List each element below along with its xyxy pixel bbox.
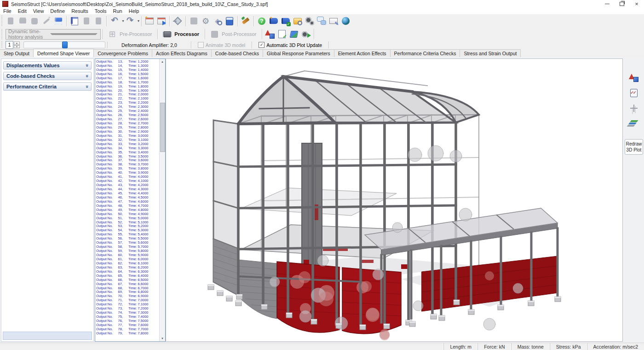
performance-checks-icon[interactable] (629, 88, 639, 98)
animation-icon[interactable] (301, 29, 311, 40)
slider-thumb[interactable] (62, 41, 68, 48)
connection-icon[interactable] (172, 16, 183, 26)
model-view-icon[interactable] (213, 16, 223, 26)
output-list-item[interactable]: Output No.18,Time: 1,7000 (96, 80, 159, 84)
output-list-item[interactable]: Output No.32,Time: 3,1000 (96, 138, 159, 142)
output-list-item[interactable]: Output No.35,Time: 3,4000 (96, 150, 159, 154)
post-processor-button[interactable]: Post-Processor (207, 29, 260, 40)
output-list-item[interactable]: Output No.13,Time: 1,2000 (96, 59, 159, 64)
output-list-item[interactable]: Output No.66,Time: 6,5000 (96, 278, 159, 282)
redo-icon[interactable] (125, 16, 135, 26)
output-list-item[interactable]: Output No.65,Time: 6,4000 (96, 274, 159, 278)
output-list-item[interactable]: Output No.17,Time: 1,6000 (96, 76, 159, 80)
output-list-item[interactable]: Output No.40,Time: 3,9000 (96, 170, 159, 175)
help-icon[interactable] (257, 16, 267, 26)
email-support-icon[interactable] (328, 16, 339, 26)
output-list-item[interactable]: Output No.61,Time: 6,0000 (96, 257, 159, 261)
output-list-item[interactable]: Output No.27,Time: 2,6000 (96, 117, 159, 121)
output-list-item[interactable]: Output No.28,Time: 2,7000 (96, 121, 159, 125)
output-list-item[interactable]: Output No.73,Time: 7,2000 (96, 306, 159, 310)
chevron-double-icon[interactable]: » (85, 85, 90, 88)
output-list-item[interactable]: Output No.34,Time: 3,3000 (96, 146, 159, 150)
tab-code-based-checks[interactable]: Code-based Checks (211, 49, 263, 57)
output-list-item[interactable]: Output No.24,Time: 2,3000 (96, 105, 159, 109)
analysis-type-dropdown[interactable]: Dynamic time-history analysis (6, 29, 101, 40)
menu-help[interactable]: Help (126, 8, 143, 14)
spin-down-icon[interactable]: ▼ (14, 45, 20, 49)
processor-button[interactable]: Processor (160, 29, 203, 40)
output-list-item[interactable]: Output No.49,Time: 4,8000 (96, 208, 159, 212)
menu-tools[interactable]: Tools (92, 8, 110, 14)
output-step-slider[interactable] (23, 41, 105, 48)
paste-icon[interactable] (93, 16, 104, 26)
output-list-item[interactable]: Output No.41,Time: 4,0000 (96, 175, 159, 179)
output-list-item[interactable]: Output No.30,Time: 2,9000 (96, 129, 159, 134)
building-3d-model[interactable] (166, 59, 622, 341)
output-list-item[interactable]: Output No.38,Time: 3,7000 (96, 162, 159, 166)
menu-results[interactable]: Results (68, 8, 92, 14)
toolbar-grip[interactable] (1, 41, 3, 48)
output-list-item[interactable]: Output No.69,Time: 6,8000 (96, 290, 159, 294)
chevron-double-icon[interactable]: » (85, 64, 90, 67)
scrollbar-thumb[interactable] (160, 103, 165, 152)
spin-up-icon[interactable]: ▲ (14, 41, 20, 45)
output-list-item[interactable]: Output No.56,Time: 5,5000 (96, 236, 159, 240)
chevron-double-icon[interactable]: » (85, 75, 90, 77)
output-list-item[interactable]: Output No.74,Time: 7,3000 (96, 310, 159, 315)
output-list-item[interactable]: Output No.53,Time: 5,2000 (96, 224, 159, 228)
output-list-item[interactable]: Output No.46,Time: 4,5000 (96, 195, 159, 199)
output-list-item[interactable]: Output No.76,Time: 7,5000 (96, 319, 159, 323)
report-icon[interactable] (69, 16, 80, 26)
output-list-item[interactable]: Output No.36,Time: 3,5000 (96, 154, 159, 158)
redraw-3d-plot-button[interactable]: Redraw 3D Plot (625, 139, 643, 155)
layers-icon[interactable] (629, 118, 639, 128)
output-list-item[interactable]: Output No.51,Time: 5,0000 (96, 216, 159, 220)
scroll-up-icon[interactable]: ▲ (160, 59, 165, 64)
output-list-item[interactable]: Output No.58,Time: 5,7000 (96, 245, 159, 249)
scroll-down-icon[interactable]: ▼ (160, 336, 165, 341)
output-list-item[interactable]: Output No.37,Time: 3,6000 (96, 158, 159, 163)
output-list-item[interactable]: Output No.33,Time: 3,2000 (96, 142, 159, 146)
output-list-item[interactable]: Output No.23,Time: 2,2000 (96, 100, 159, 105)
panel-header-displacements-values[interactable]: Displacements Values» (3, 61, 92, 70)
restore-button[interactable] (615, 0, 629, 8)
menu-edit[interactable]: Edit (15, 8, 30, 14)
output-list-item[interactable]: Output No.44,Time: 4,3000 (96, 187, 159, 191)
output-list-item[interactable]: Output No.79,Time: 7,8000 (96, 331, 159, 335)
output-list-item[interactable]: Output No.47,Time: 4,6000 (96, 199, 159, 204)
examples-folder-icon[interactable] (293, 16, 303, 26)
output-list-item[interactable]: Output No.50,Time: 4,9000 (96, 212, 159, 216)
deformed-shape-settings-icon[interactable] (629, 72, 639, 83)
tab-performance-criteria-checks[interactable]: Performance Criteria Checks (390, 49, 460, 57)
copy-icon[interactable] (81, 16, 92, 26)
menu-view[interactable]: View (30, 8, 47, 14)
tab-step-output[interactable]: Step Output (0, 49, 34, 57)
menu-run[interactable]: Run (110, 8, 126, 14)
step-value-field[interactable]: 1 (6, 41, 13, 49)
output-list-item[interactable]: Output No.78,Time: 7,7000 (96, 327, 159, 331)
output-list-item[interactable]: Output No.42,Time: 4,1000 (96, 179, 159, 183)
output-list-item[interactable]: Output No.62,Time: 6,1000 (96, 261, 159, 265)
output-list-item[interactable]: Output No.43,Time: 4,2000 (96, 183, 159, 187)
panel-header-performance-criteria[interactable]: Performance Criteria» (3, 82, 92, 91)
close-button[interactable]: × (629, 0, 644, 8)
output-list-item[interactable]: Output No.26,Time: 2,5000 (96, 113, 159, 117)
output-list-item[interactable]: Output No.22,Time: 2,1000 (96, 96, 159, 100)
output-list-item[interactable]: Output No.60,Time: 5,9000 (96, 253, 159, 257)
output-list-item[interactable]: Output No.21,Time: 2,0000 (96, 93, 159, 97)
list-scrollbar[interactable]: ▲ ▼ (159, 59, 165, 341)
element-icon[interactable] (189, 16, 199, 26)
forum-icon[interactable] (316, 16, 327, 26)
output-list-item[interactable]: Output No.64,Time: 6,3000 (96, 269, 159, 274)
output-list-item[interactable]: Output No.29,Time: 2,8000 (96, 125, 159, 129)
automatic-3d-plot-update-checkbox[interactable]: ✓ Automatic 3D Plot Update (259, 42, 322, 48)
output-list-item[interactable]: Output No.67,Time: 6,6000 (96, 282, 159, 286)
output-list-item[interactable]: Output No.75,Time: 7,4000 (96, 315, 159, 319)
toolbar-grip[interactable] (1, 16, 3, 26)
tab-element-action-effects[interactable]: Element Action Effects (334, 49, 391, 57)
run-analysis-icon[interactable] (265, 29, 276, 40)
analysis-log-icon[interactable] (277, 29, 288, 40)
output-list-item[interactable]: Output No.54,Time: 5,3000 (96, 228, 159, 232)
output-list-item[interactable]: Output No.52,Time: 5,1000 (96, 220, 159, 224)
save-icon[interactable] (53, 16, 64, 26)
